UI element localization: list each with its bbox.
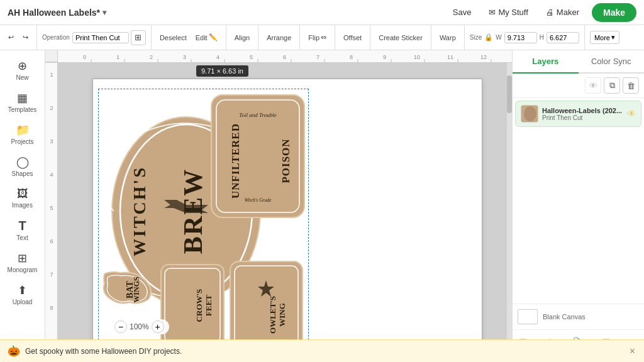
zoom-in-button[interactable]: + (152, 321, 164, 333)
create-sticker-button[interactable]: Create Sticker (375, 32, 426, 43)
main-layout: ⊕ New ▦ Templates 📁 Projects ◯ Shapes 🖼 … (0, 50, 644, 362)
svg-text:6: 6 (50, 238, 53, 244)
svg-text:2: 2 (50, 105, 53, 111)
layer-eye-icon[interactable]: 👁 (627, 109, 636, 119)
toolbar: ↩ ↪ Operation ⊞ Deselect Edit ✏️ Align A… (0, 25, 644, 50)
lock-icon: 🔒 (484, 33, 493, 41)
envelope-icon: ✉ (489, 8, 496, 17)
toolbar-undo-redo: ↩ ↪ (5, 25, 37, 50)
svg-text:3: 3 (50, 138, 53, 145)
layer-name: Halloween-Labels (202... (542, 107, 623, 114)
zoom-out-button[interactable]: − (114, 321, 127, 333)
width-input[interactable] (504, 32, 537, 43)
more-button[interactable]: More ▾ (590, 31, 619, 44)
sidebar-item-projects[interactable]: 📁 Projects (4, 119, 42, 149)
sidebar-item-shapes[interactable]: ◯ Shapes (4, 151, 42, 181)
images-icon: 🖼 (17, 187, 28, 200)
toolbar-operation-group: Operation ⊞ (42, 25, 152, 50)
layer-info: Halloween-Labels (202... Print Then Cut (542, 107, 623, 121)
document-title-area: AH Halloween Labels* ▾ (8, 8, 438, 18)
canvas-scrollbar-right[interactable] (507, 63, 512, 357)
tab-layers[interactable]: Layers (513, 50, 579, 74)
svg-text:OWLET'S: OWLET'S (268, 296, 277, 334)
svg-text:6: 6 (283, 54, 286, 60)
undo-button[interactable]: ↩ (5, 31, 17, 43)
sidebar-item-new[interactable]: ⊕ New (4, 55, 42, 85)
horizontal-ruler: 0 1 2 3 4 5 6 7 8 9 10 11 12 13 (58, 50, 512, 62)
panel-visibility-button[interactable]: 👁 (585, 77, 601, 94)
more-chevron-icon: ▾ (611, 33, 615, 41)
svg-text:3: 3 (183, 54, 186, 60)
svg-text:4: 4 (216, 54, 219, 60)
svg-text:CROW'S: CROW'S (194, 289, 204, 322)
edit-button[interactable]: Edit ✏️ (192, 31, 221, 43)
width-label: W (496, 34, 501, 41)
svg-text:1: 1 (50, 72, 53, 78)
monogram-icon: ⊞ (18, 251, 27, 265)
panel-delete-button[interactable]: 🗑 (623, 77, 639, 94)
toolbar-create-sticker-group: Create Sticker (375, 25, 431, 50)
align-button[interactable]: Align (231, 32, 253, 43)
svg-text:WING: WING (277, 303, 287, 327)
save-button[interactable]: Save (448, 5, 477, 19)
flip-button[interactable]: Flip ⇔ (305, 31, 330, 43)
upload-icon: ⬆ (18, 283, 27, 297)
text-icon: T (18, 219, 26, 233)
canvas-work-area[interactable]: WITCH'S BREW Toil and Trouble UNFILTERED (58, 63, 512, 362)
sidebar-item-images[interactable]: 🖼 Images (4, 184, 42, 212)
topbar-right: Save ✉ My Stuff 🖨 Maker Make (448, 3, 636, 22)
size-tooltip: 9.71 × 6.63 in (196, 65, 248, 77)
operation-input[interactable] (72, 32, 129, 43)
arrange-button[interactable]: Arrange (264, 32, 294, 43)
svg-text:FEET: FEET (204, 295, 213, 316)
blank-canvas-item: Blank Canvas (513, 304, 644, 329)
sidebar-item-monogram[interactable]: ⊞ Monogram (4, 248, 42, 277)
height-label: H (540, 34, 544, 41)
notification-icon: 🎃 (8, 345, 20, 357)
redo-button[interactable]: ↪ (19, 31, 31, 43)
title-chevron-icon[interactable]: ▾ (103, 8, 106, 17)
maker-button[interactable]: 🖨 Maker (541, 5, 584, 19)
my-stuff-button[interactable]: ✉ My Stuff (484, 5, 533, 19)
svg-text:0: 0 (83, 54, 86, 60)
scrollbar-thumb-right[interactable] (507, 75, 512, 113)
blank-canvas-thumb (518, 309, 538, 324)
notification-close-button[interactable]: × (628, 344, 636, 358)
svg-point-63 (524, 106, 536, 121)
svg-text:WITCH'S: WITCH'S (130, 166, 149, 256)
svg-rect-49 (161, 265, 224, 346)
toolbar-warp-group: Warp (436, 25, 465, 50)
deselect-button[interactable]: Deselect (157, 32, 190, 43)
document-title: AH Halloween Labels* (8, 8, 100, 18)
notification-text: Get spooky with some Halloween DIY proje… (25, 347, 623, 356)
edit-icon: ✏️ (209, 33, 218, 41)
toolbar-offset-group: Offset (340, 25, 370, 50)
warp-button[interactable]: Warp (436, 32, 459, 43)
svg-text:12: 12 (480, 54, 487, 60)
templates-icon: ▦ (17, 91, 28, 105)
layer-thumbnail (521, 105, 538, 123)
offset-button[interactable]: Offset (340, 32, 365, 43)
svg-text:POISON: POISON (280, 138, 292, 183)
operation-label: Operation (42, 34, 70, 41)
sidebar-item-upload[interactable]: ⬆ Upload (4, 280, 42, 309)
svg-text:10: 10 (414, 54, 420, 60)
height-input[interactable] (547, 32, 579, 43)
svg-text:7: 7 (316, 54, 319, 60)
make-button[interactable]: Make (592, 3, 636, 22)
toolbar-arrange-group: Arrange (264, 25, 300, 50)
notification-bar: 🎃 Get spooky with some Halloween DIY pro… (0, 339, 644, 362)
toolbar-size-group: Size 🔒 W H (470, 25, 585, 50)
svg-text:8: 8 (50, 305, 53, 311)
printer-icon: 🖨 (546, 8, 554, 17)
sidebar-item-text[interactable]: T Text (4, 215, 42, 245)
sidebar-item-templates[interactable]: ▦ Templates (4, 87, 42, 117)
canvas-container[interactable]: 0 1 2 3 4 5 6 7 8 9 10 11 12 13 (45, 50, 512, 362)
toolbar-more-group: More ▾ (590, 25, 625, 50)
layer-item-halloween[interactable]: Halloween-Labels (202... Print Then Cut … (515, 101, 641, 127)
layers-content: Halloween-Labels (202... Print Then Cut … (513, 98, 644, 304)
panel-duplicate-button[interactable]: ⧉ (604, 77, 620, 94)
flip-icon: ⇔ (321, 33, 326, 41)
tab-color-sync[interactable]: Color Sync (579, 50, 645, 74)
toolbar-align-group: Align (231, 25, 258, 50)
